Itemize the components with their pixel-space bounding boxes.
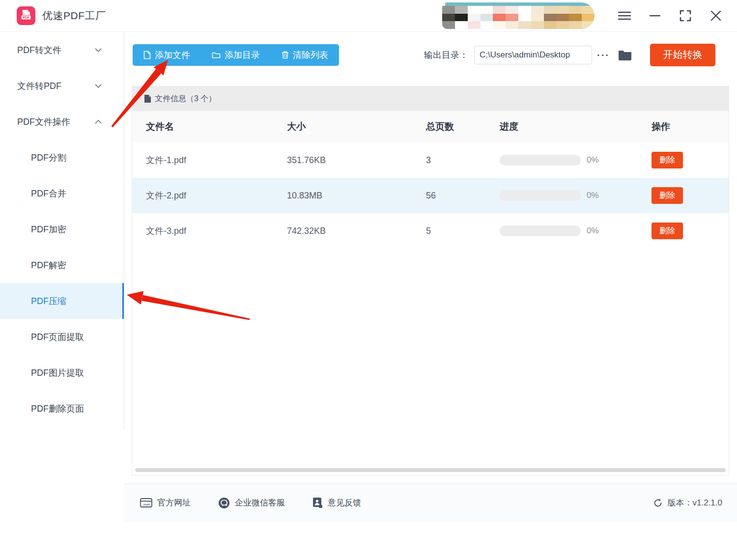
row-file-name: 文件-3.pdf xyxy=(132,225,287,237)
sidebar: PDF转文件 文件转PDF PDF文件操作 PDF分割 PDF合并 PDF加密 … xyxy=(0,32,124,522)
sidebar-item-file-to-pdf[interactable]: 文件转PDF xyxy=(0,68,124,104)
add-directory-label: 添加目录 xyxy=(225,49,260,61)
clear-list-button[interactable]: 清除列表 xyxy=(271,44,339,66)
app-logo-icon: PDF xyxy=(16,6,36,26)
sidebar-item-pdf-merge[interactable]: PDF合并 xyxy=(0,175,124,211)
row-file-size: 351.76KB xyxy=(287,155,426,166)
row-file-size: 742.32KB xyxy=(287,226,426,236)
col-header-pages: 总页数 xyxy=(426,120,500,133)
feedback-link[interactable]: 意见反馈 xyxy=(312,497,361,508)
sidebar-item-label: 文件转PDF xyxy=(17,80,61,92)
app-title: 优速PDF工厂 xyxy=(42,9,106,23)
add-folder-icon xyxy=(212,51,221,58)
file-actions-group: 添加文件 添加目录 清除列表 xyxy=(133,44,339,66)
sidebar-item-label: PDF删除页面 xyxy=(31,403,84,415)
delete-button[interactable]: 删除 xyxy=(652,187,683,204)
delete-button[interactable]: 删除 xyxy=(652,152,683,168)
row-file-name: 文件-2.pdf xyxy=(132,190,287,201)
sidebar-item-label: PDF分割 xyxy=(31,152,66,164)
col-header-size: 大小 xyxy=(287,120,426,133)
chevron-down-icon xyxy=(95,84,102,88)
sidebar-item-label: PDF合并 xyxy=(31,188,66,199)
sidebar-item-label: PDF解密 xyxy=(31,259,66,271)
footer: .com 官方网址 企业微信客服 xyxy=(124,483,737,522)
minimize-icon[interactable] xyxy=(648,8,662,23)
sidebar-item-label: PDF文件操作 xyxy=(17,116,70,128)
row-page-count: 3 xyxy=(426,155,500,166)
delete-button[interactable]: 删除 xyxy=(652,223,683,239)
add-file-icon xyxy=(143,51,151,59)
progress-bar xyxy=(500,155,581,166)
version-info: 版本：v1.2.1.0 xyxy=(653,497,723,508)
table-row[interactable]: 文件-2.pdf 10.83MB 56 0% 删除 xyxy=(132,178,729,213)
progress-bar xyxy=(500,190,581,201)
sidebar-item-label: PDF加密 xyxy=(31,224,66,235)
version-value: v1.2.1.0 xyxy=(693,498,723,507)
more-options-button[interactable]: ··· xyxy=(597,50,610,60)
add-file-button[interactable]: 添加文件 xyxy=(133,44,201,66)
maximize-icon[interactable] xyxy=(678,8,693,23)
row-page-count: 56 xyxy=(426,191,500,201)
wechat-service-icon xyxy=(218,497,230,509)
official-website-label: 官方网址 xyxy=(157,497,191,508)
sidebar-item-pdf-decrypt[interactable]: PDF解密 xyxy=(0,247,124,283)
svg-text:.com: .com xyxy=(142,503,150,506)
close-icon[interactable] xyxy=(709,8,723,23)
sidebar-item-label: PDF转文件 xyxy=(17,44,61,56)
sidebar-item-pdf-split[interactable]: PDF分割 xyxy=(0,140,124,175)
browse-folder-button[interactable] xyxy=(618,49,632,61)
redacted-mosaic xyxy=(442,6,595,29)
table-row[interactable]: 文件-3.pdf 742.32KB 5 0% 删除 xyxy=(132,213,729,249)
add-file-label: 添加文件 xyxy=(155,49,190,61)
col-header-action: 操作 xyxy=(652,120,729,133)
feedback-icon xyxy=(312,497,323,508)
file-info-icon xyxy=(144,94,151,103)
wechat-service-label: 企业微信客服 xyxy=(235,497,285,508)
add-directory-button[interactable]: 添加目录 xyxy=(201,44,271,66)
progress-bar xyxy=(500,225,581,236)
sidebar-item-pdf-to-file[interactable]: PDF转文件 xyxy=(0,32,124,68)
sidebar-item-pdf-file-ops[interactable]: PDF文件操作 xyxy=(0,104,124,140)
file-info-bar: 文件信息（3 个） xyxy=(132,86,729,111)
action-row: 添加文件 添加目录 清除列表 输出目录： ··· xyxy=(133,43,729,66)
clear-list-label: 清除列表 xyxy=(293,49,328,61)
sidebar-item-pdf-image-extract[interactable]: PDF图片提取 xyxy=(0,355,124,391)
official-website-link[interactable]: .com 官方网址 xyxy=(140,497,191,508)
output-dir-label: 输出目录： xyxy=(424,49,468,61)
file-info-title: 文件信息（3 个） xyxy=(155,94,216,104)
row-file-name: 文件-1.pdf xyxy=(132,154,287,166)
user-info-redacted xyxy=(442,2,595,29)
refresh-icon xyxy=(653,498,663,508)
sidebar-item-label: PDF页面提取 xyxy=(31,331,84,343)
folder-icon xyxy=(618,49,632,61)
file-panel: 文件信息（3 个） 文件名 大小 总页数 进度 操作 文件-1.pdf 351.… xyxy=(132,86,729,476)
sidebar-item-label: PDF图片提取 xyxy=(31,367,84,379)
clear-list-icon xyxy=(282,51,289,59)
progress-percent: 0% xyxy=(587,155,599,165)
sidebar-item-pdf-encrypt[interactable]: PDF加密 xyxy=(0,211,124,247)
sidebar-item-pdf-page-extract[interactable]: PDF页面提取 xyxy=(0,319,124,355)
app-header: PDF 优速PDF工厂 xyxy=(0,0,737,32)
website-icon: .com xyxy=(140,498,152,507)
output-dir-input[interactable] xyxy=(474,46,592,64)
output-group: 输出目录： ··· 开始转换 xyxy=(424,44,715,66)
table-header-row: 文件名 大小 总页数 进度 操作 xyxy=(132,111,729,142)
progress-percent: 0% xyxy=(587,191,599,200)
redacted-strip xyxy=(445,2,595,6)
menu-icon[interactable] xyxy=(617,8,632,23)
version-label: 版本： xyxy=(668,498,693,507)
row-file-size: 10.83MB xyxy=(287,191,426,201)
sidebar-item-pdf-delete-pages[interactable]: PDF删除页面 xyxy=(0,391,124,426)
wechat-service-link[interactable]: 企业微信客服 xyxy=(218,497,285,509)
start-convert-button[interactable]: 开始转换 xyxy=(650,44,715,66)
chevron-down-icon xyxy=(95,48,102,52)
col-header-filename: 文件名 xyxy=(132,120,287,133)
col-header-progress: 进度 xyxy=(500,120,652,133)
feedback-label: 意见反馈 xyxy=(328,497,361,508)
row-page-count: 5 xyxy=(426,226,500,236)
sidebar-item-pdf-compress[interactable]: PDF压缩 xyxy=(0,283,124,319)
horizontal-scrollbar[interactable] xyxy=(135,468,726,472)
progress-percent: 0% xyxy=(587,226,599,236)
table-row[interactable]: 文件-1.pdf 351.76KB 3 0% 删除 xyxy=(132,142,729,178)
svg-text:PDF: PDF xyxy=(23,16,29,19)
